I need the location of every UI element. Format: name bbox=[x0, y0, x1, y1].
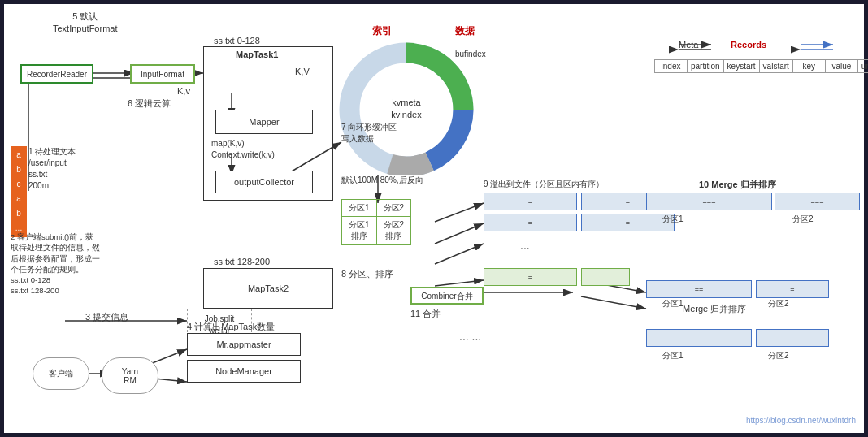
records-label: Records bbox=[731, 39, 766, 51]
partition1-cell: 分区1 bbox=[342, 200, 377, 217]
combine-label: 11 合并 bbox=[410, 308, 441, 320]
pending-text-label: 1 待处理文本/user/inputss.txt200m bbox=[28, 146, 76, 192]
orange-col-a2: a bbox=[11, 192, 27, 206]
svg-text:kvmeta: kvmeta bbox=[392, 97, 421, 107]
orange-col-c: c bbox=[11, 177, 27, 192]
partition1-bottom-label: 分区1 bbox=[662, 298, 684, 309]
yarn-rm-cloud: YarnRM bbox=[102, 357, 158, 394]
spill-file-label: 9 溢出到文件（分区且区内有序） bbox=[484, 179, 604, 190]
sort-note-label: 8 分区、排序 bbox=[341, 268, 393, 280]
meta-label: Meta bbox=[679, 39, 698, 51]
client-submit-label: 2 客户端submit()前，获取待处理文件的信息，然后根据参数配置，形成一个任… bbox=[11, 231, 128, 296]
spill-b2 bbox=[581, 268, 630, 286]
kv2-label: K,V bbox=[295, 66, 310, 78]
node-manager-box: NodeManager bbox=[187, 360, 301, 383]
bufindex-label: bufindex bbox=[455, 49, 486, 60]
spill-a1e1: = bbox=[484, 214, 577, 231]
merge-h1 bbox=[756, 329, 829, 347]
partition-grid: 分区1 分区2 分区1排序 分区2排序 bbox=[341, 199, 411, 245]
col-keystart: keystart bbox=[724, 60, 760, 72]
merge-b1b1f1: === bbox=[775, 193, 860, 210]
default-format-label: 5 默认TextInputFormat bbox=[53, 11, 117, 36]
index-label: 索引 bbox=[372, 24, 392, 38]
input-format-box: InputFormat bbox=[130, 64, 195, 84]
partition2-top-label: 分区2 bbox=[792, 214, 814, 225]
submit-info-label: 3 提交信息 bbox=[85, 311, 128, 323]
merge-g1 bbox=[646, 329, 752, 347]
diagram-canvas: 5 默认TextInputFormat RecorderReader Input… bbox=[0, 0, 868, 437]
spill-note-label: 7 向环形缓冲区写入数据 bbox=[341, 122, 397, 145]
main-diagram-area: 5 默认TextInputFormat RecorderReader Input… bbox=[4, 4, 864, 433]
svg-line-13 bbox=[435, 244, 484, 264]
client-cloud: 客户端 bbox=[33, 357, 89, 390]
svg-line-14 bbox=[435, 280, 484, 286]
svg-line-11 bbox=[435, 203, 484, 222]
kv-label: K,v bbox=[177, 85, 190, 97]
partition2-sort-cell: 分区2排序 bbox=[376, 217, 411, 245]
dots1-label: ... bbox=[520, 238, 530, 254]
col-key: key bbox=[793, 60, 826, 72]
partition2-bottom-label: 分区2 bbox=[768, 298, 789, 309]
partition1-final-label: 分区1 bbox=[662, 350, 684, 361]
partition2-final-label: 分区2 bbox=[768, 350, 789, 361]
partition1-sort-cell: 分区1排序 bbox=[342, 217, 377, 245]
partition2-cell: 分区2 bbox=[376, 200, 411, 217]
spill-a1c1: = bbox=[484, 193, 577, 210]
recorder-reader-box: RecorderReader bbox=[20, 64, 93, 84]
merge-sort-label: 10 Merge 归并排序 bbox=[699, 179, 776, 191]
col-index: index bbox=[655, 60, 688, 72]
map-context-label: map(K,v)Context.write(k,v) bbox=[211, 138, 275, 161]
ss-200-label: ss.txt 128-200 bbox=[214, 256, 270, 268]
col-value: value bbox=[826, 60, 858, 72]
orange-col-a: a bbox=[11, 148, 27, 162]
spill-a1c1-2: = bbox=[484, 268, 577, 286]
maptask1-label: MapTask1 bbox=[236, 49, 278, 61]
svg-line-18 bbox=[581, 296, 646, 309]
mr-appmaster-box: Mr.appmaster bbox=[187, 333, 301, 356]
data-label: 数据 bbox=[455, 24, 475, 38]
combiner-box: Combiner合并 bbox=[410, 287, 484, 305]
merge-a1c1e1: === bbox=[646, 193, 772, 210]
col-unsued: unsued bbox=[858, 60, 868, 72]
buffer-table-header: index partition keystart valstart key va… bbox=[654, 59, 868, 73]
merge-a2c1e1: == bbox=[646, 280, 752, 298]
calc-maptask-label: 4 计算出MapTask数量 bbox=[187, 321, 275, 333]
col-partition: partition bbox=[688, 60, 724, 72]
merge-b3f1: = bbox=[756, 280, 829, 298]
partition1-top-label: 分区1 bbox=[662, 214, 684, 225]
svg-line-12 bbox=[435, 223, 484, 244]
merge-sort2-label: Merge 归并排序 bbox=[683, 303, 746, 315]
spill-b1f1: = bbox=[581, 214, 675, 231]
output-collector-box: outputCollector bbox=[215, 171, 313, 193]
dots3-label: ... ... bbox=[459, 329, 481, 345]
orange-col-b2: b bbox=[11, 206, 27, 221]
svg-text:kvindex: kvindex bbox=[391, 110, 422, 119]
orange-col-b: b bbox=[11, 162, 27, 177]
watermark-label: https://blog.csdn.net/wuxintdrh bbox=[746, 416, 856, 425]
maptask2-box: MapTask2 bbox=[203, 268, 333, 309]
default-100m-label: 默认100M 80%,后反向 bbox=[341, 175, 423, 186]
col-valstart: valstart bbox=[760, 60, 793, 72]
logical-slice-label: 6 逻辑云算 bbox=[128, 97, 171, 110]
mapper-box: Mapper bbox=[215, 110, 313, 134]
